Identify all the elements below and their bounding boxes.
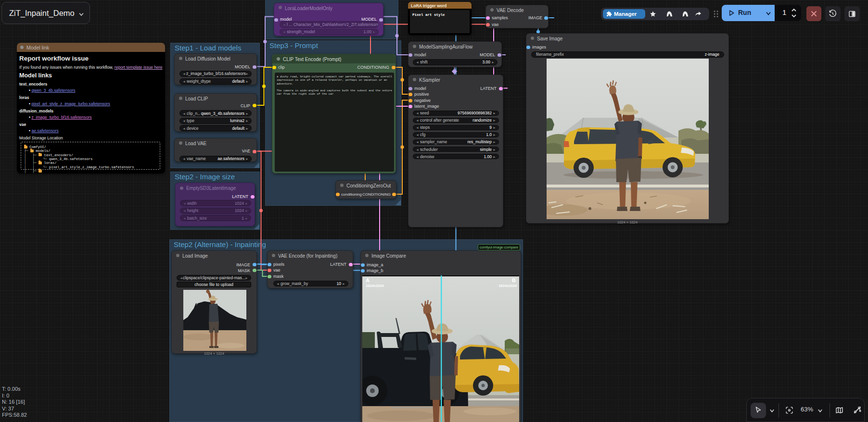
svg-text:B: B bbox=[512, 277, 516, 283]
svg-text:A: A bbox=[366, 277, 370, 283]
svg-text:1024x1024: 1024x1024 bbox=[366, 284, 384, 288]
svg-text:1024x1024: 1024x1024 bbox=[498, 284, 517, 288]
